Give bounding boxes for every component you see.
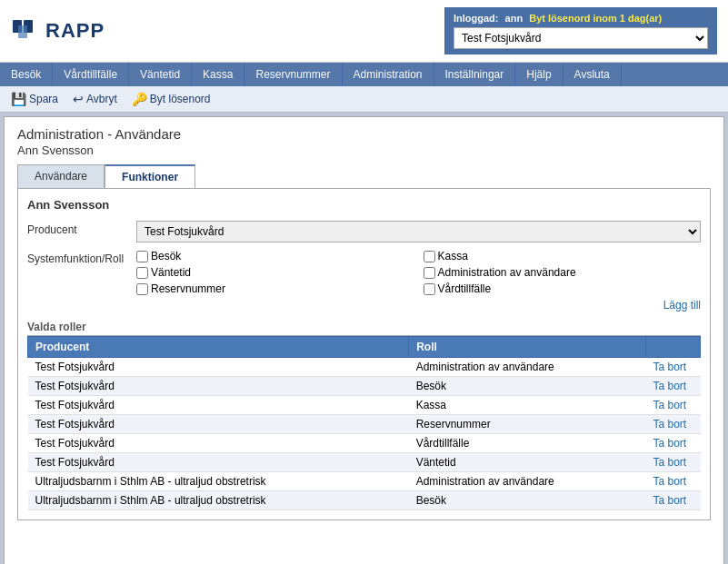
nav-hjalp[interactable]: Hjälp (515, 63, 563, 86)
tabs: Användare Funktioner (17, 164, 711, 188)
logo-area: RAPP (11, 18, 105, 44)
roles-section: Valda roller Producent Roll Test Fotsjuk… (27, 321, 701, 510)
producent-select[interactable]: Test Fotsjukvård (136, 221, 701, 242)
checkbox-kassa-label: Kassa (438, 250, 468, 262)
nav-avsluta[interactable]: Avsluta (563, 63, 622, 86)
cell-action: Ta bort (646, 415, 701, 434)
password-warning: Byt lösenord inom 1 dag(ar) (529, 13, 662, 24)
app-name: RAPP (45, 19, 105, 43)
checkbox-adm-anvandare-label: Administration av användare (438, 266, 576, 279)
cell-action: Ta bort (646, 358, 701, 377)
cell-roll: Reservnummer (409, 415, 646, 434)
producent-field: Test Fotsjukvård (136, 221, 701, 242)
tab-anvandare[interactable]: Användare (17, 164, 105, 188)
change-password-label: Byt lösenord (150, 93, 211, 105)
cancel-icon: ↩ (73, 92, 84, 106)
roles-title: Valda roller (27, 321, 701, 336)
login-label: Inloggad: (454, 13, 499, 24)
checkbox-kassa-input[interactable] (424, 251, 435, 262)
cell-action: Ta bort (646, 396, 701, 415)
systemfunktion-row: Systemfunktion/Roll Besök Kassa Väntetid (27, 250, 701, 312)
table-row: Test FotsjukvårdReservnummerTa bort (28, 415, 701, 434)
col-action (646, 337, 701, 358)
login-user: ann (505, 13, 524, 24)
header: RAPP Inloggad: ann Byt lösenord inom 1 d… (0, 0, 728, 63)
producent-row: Producent Test Fotsjukvård (27, 221, 701, 242)
roles-table-header-row: Producent Roll (28, 337, 701, 358)
section-user-name: Ann Svensson (27, 198, 701, 212)
cell-producent: Test Fotsjukvård (28, 434, 409, 453)
toolbar: 💾 Spara ↩ Avbryt 🔑 Byt lösenord (0, 86, 728, 113)
table-row: Test FotsjukvårdBesökTa bort (28, 377, 701, 396)
ta-bort-link[interactable]: Ta bort (653, 399, 687, 411)
checkbox-besok[interactable]: Besök (136, 250, 414, 262)
svg-rect-2 (18, 25, 27, 38)
nav-vardtillfalle[interactable]: Vårdtillfälle (53, 63, 129, 86)
nav-vantetid[interactable]: Väntetid (129, 63, 192, 86)
checkbox-vantetid[interactable]: Väntetid (136, 266, 414, 279)
table-row: Test FotsjukvårdVäntetidTa bort (28, 453, 701, 472)
checkbox-vantetid-input[interactable] (136, 267, 148, 279)
login-info: Inloggad: ann Byt lösenord inom 1 dag(ar… (454, 13, 708, 24)
cell-producent: Test Fotsjukvård (28, 358, 409, 377)
clinic-select[interactable]: Test Fotsjukvård (454, 27, 708, 49)
cancel-button[interactable]: ↩ Avbryt (69, 90, 121, 108)
checkbox-besok-input[interactable] (136, 251, 148, 262)
ta-bort-link[interactable]: Ta bort (653, 418, 687, 430)
checkbox-adm-anvandare[interactable]: Administration av användare (424, 266, 702, 279)
cell-action: Ta bort (646, 434, 701, 453)
col-producent: Producent (28, 337, 409, 358)
tab-funktioner[interactable]: Funktioner (105, 164, 195, 188)
ta-bort-link[interactable]: Ta bort (653, 456, 687, 469)
cell-roll: Administration av användare (409, 472, 646, 491)
nav-reservnummer[interactable]: Reservnummer (244, 63, 342, 86)
add-link[interactable]: Lägg till (136, 299, 701, 312)
cell-roll: Administration av användare (409, 358, 646, 377)
cell-roll: Kassa (409, 396, 646, 415)
producent-label: Producent (27, 221, 127, 236)
ta-bort-link[interactable]: Ta bort (653, 437, 687, 450)
save-button[interactable]: 💾 Spara (7, 90, 62, 108)
ta-bort-link[interactable]: Ta bort (653, 361, 687, 373)
key-icon: 🔑 (132, 92, 147, 106)
checkbox-vardtillfalle-input[interactable] (424, 283, 435, 295)
nav-installningar[interactable]: Inställningar (434, 63, 516, 86)
nav-besok[interactable]: Besök (0, 63, 53, 86)
ta-bort-link[interactable]: Ta bort (653, 380, 687, 392)
systemfunktion-label: Systemfunktion/Roll (27, 250, 127, 265)
checkboxes-field: Besök Kassa Väntetid Administration av a… (136, 250, 701, 312)
ta-bort-link[interactable]: Ta bort (653, 494, 687, 507)
change-password-button[interactable]: 🔑 Byt lösenord (128, 90, 214, 108)
checkbox-vardtillfalle[interactable]: Vårdtillfälle (424, 282, 702, 295)
save-label: Spara (29, 93, 58, 105)
cell-producent: Test Fotsjukvård (28, 377, 409, 396)
checkbox-reservnummer[interactable]: Reservnummer (136, 282, 414, 295)
table-row: Test FotsjukvårdKassaTa bort (28, 396, 701, 415)
tab-content: Ann Svensson Producent Test Fotsjukvård … (17, 188, 711, 520)
cell-producent: Ultraljudsbarnm i Sthlm AB - ultraljud o… (28, 472, 409, 491)
nav-bar: Besök Vårdtillfälle Väntetid Kassa Reser… (0, 63, 728, 86)
content-area: Administration - Användare Ann Svensson … (4, 116, 724, 564)
nav-kassa[interactable]: Kassa (192, 63, 244, 86)
cell-action: Ta bort (646, 472, 701, 491)
nav-administration[interactable]: Administration (343, 63, 434, 86)
cell-roll: Besök (409, 377, 646, 396)
checkbox-vantetid-label: Väntetid (151, 266, 191, 279)
checkbox-besok-label: Besök (151, 250, 181, 262)
cell-roll: Besök (409, 491, 646, 510)
cell-action: Ta bort (646, 377, 701, 396)
checkbox-kassa[interactable]: Kassa (424, 250, 702, 262)
ta-bort-link[interactable]: Ta bort (653, 475, 687, 488)
login-box: Inloggad: ann Byt lösenord inom 1 dag(ar… (444, 7, 717, 54)
cell-roll: Väntetid (409, 453, 646, 472)
cell-action: Ta bort (646, 453, 701, 472)
cancel-label: Avbryt (86, 93, 117, 105)
checkbox-adm-anvandare-input[interactable] (424, 267, 435, 279)
cell-roll: Vårdtillfälle (409, 434, 646, 453)
checkbox-reservnummer-label: Reservnummer (151, 282, 225, 295)
checkbox-reservnummer-input[interactable] (136, 283, 148, 295)
table-row: Ultraljudsbarnm i Sthlm AB - ultraljud o… (28, 491, 701, 510)
roles-table: Producent Roll Test FotsjukvårdAdministr… (27, 336, 701, 510)
table-row: Test FotsjukvårdAdministration av använd… (28, 358, 701, 377)
cell-producent: Test Fotsjukvård (28, 453, 409, 472)
